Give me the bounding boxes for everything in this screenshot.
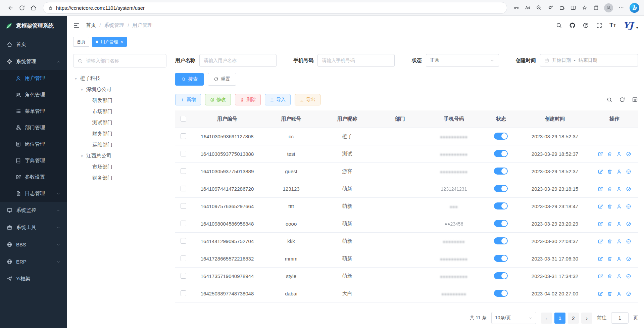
edit-op-icon[interactable] bbox=[598, 274, 603, 279]
sidebar-item-yi-framework[interactable]: Yi框架 bbox=[0, 270, 67, 287]
edit-op-icon[interactable] bbox=[598, 239, 603, 244]
status-toggle[interactable] bbox=[494, 168, 508, 175]
username-input[interactable] bbox=[199, 54, 277, 67]
confirm-op-icon[interactable] bbox=[626, 274, 631, 279]
status-toggle[interactable] bbox=[494, 133, 508, 140]
confirm-op-icon[interactable] bbox=[626, 256, 631, 262]
select-all-checkbox[interactable] bbox=[181, 116, 186, 122]
import-button[interactable]: 导入 bbox=[265, 94, 291, 105]
user-op-icon[interactable] bbox=[616, 274, 622, 279]
close-icon[interactable]: × bbox=[120, 40, 123, 44]
sidebar-item-dept-management[interactable]: 部门管理 bbox=[0, 120, 67, 136]
user-op-icon[interactable] bbox=[616, 221, 622, 227]
phone-input[interactable] bbox=[317, 54, 395, 67]
row-checkbox[interactable] bbox=[181, 290, 186, 296]
reload-icon[interactable] bbox=[16, 2, 28, 13]
row-checkbox[interactable] bbox=[181, 238, 186, 244]
status-toggle[interactable] bbox=[494, 290, 508, 297]
bing-icon[interactable]: b bbox=[630, 3, 639, 13]
page-button-2[interactable]: 2 bbox=[568, 313, 579, 324]
sidebar-item-user-management[interactable]: 用户管理 bbox=[0, 70, 67, 87]
row-checkbox[interactable] bbox=[181, 151, 186, 156]
row-checkbox[interactable] bbox=[181, 203, 186, 209]
caret-down-icon[interactable]: ▾ bbox=[73, 76, 79, 81]
confirm-op-icon[interactable] bbox=[626, 291, 631, 296]
add-button[interactable]: 新增 bbox=[175, 94, 201, 105]
status-toggle[interactable] bbox=[494, 220, 508, 227]
delete-op-icon[interactable] bbox=[607, 151, 612, 157]
edit-op-icon[interactable] bbox=[598, 291, 603, 296]
prev-page-button[interactable]: ‹ bbox=[541, 313, 552, 324]
tree-node[interactable]: 市场部门 bbox=[73, 106, 166, 117]
confirm-op-icon[interactable] bbox=[626, 221, 631, 227]
delete-op-icon[interactable] bbox=[607, 274, 612, 279]
user-op-icon[interactable] bbox=[616, 186, 622, 192]
sidebar-item-param-settings[interactable]: 参数设置 bbox=[0, 169, 67, 185]
profile-avatar[interactable] bbox=[604, 3, 613, 12]
user-op-icon[interactable] bbox=[616, 291, 622, 296]
dept-search-input[interactable] bbox=[86, 58, 162, 64]
split-icon[interactable] bbox=[568, 3, 578, 13]
tree-node[interactable]: 测试部门 bbox=[73, 117, 166, 128]
delete-op-icon[interactable] bbox=[607, 169, 612, 174]
sidebar-item-erp[interactable]: ERP bbox=[0, 253, 67, 270]
sidebar-item-log-management[interactable]: 日志管理 bbox=[0, 185, 67, 202]
row-checkbox[interactable] bbox=[181, 255, 186, 261]
confirm-op-icon[interactable] bbox=[626, 186, 631, 192]
sidebar-item-system-tools[interactable]: 系统工具 bbox=[0, 219, 67, 236]
sidebar-item-home[interactable]: 首页 bbox=[0, 36, 67, 53]
sidebar-item-menu-management[interactable]: 菜单管理 bbox=[0, 103, 67, 120]
user-op-icon[interactable] bbox=[616, 239, 622, 244]
user-op-icon[interactable] bbox=[616, 204, 622, 209]
next-page-button[interactable]: › bbox=[581, 313, 592, 324]
star-plus-icon[interactable] bbox=[545, 3, 555, 13]
collections-icon[interactable] bbox=[591, 3, 601, 13]
breadcrumb-item[interactable]: 首页 bbox=[86, 22, 96, 29]
reset-button[interactable]: 重置 bbox=[208, 73, 236, 86]
sidebar-item-dict-management[interactable]: 字典管理 bbox=[0, 152, 67, 169]
sidebar-item-system-management[interactable]: 系统管理 bbox=[0, 53, 67, 70]
row-checkbox[interactable] bbox=[181, 168, 186, 174]
status-toggle[interactable] bbox=[494, 237, 508, 244]
edit-op-icon[interactable] bbox=[598, 221, 603, 227]
zoom-out-icon[interactable] bbox=[534, 3, 544, 13]
sidebar-item-bbs[interactable]: BBS bbox=[0, 236, 67, 253]
status-toggle[interactable] bbox=[494, 255, 508, 262]
github-icon[interactable] bbox=[569, 22, 576, 29]
confirm-op-icon[interactable] bbox=[626, 169, 631, 174]
back-icon[interactable] bbox=[5, 2, 16, 13]
edit-op-icon[interactable] bbox=[598, 169, 603, 174]
page-size-select[interactable]: 10条/页 bbox=[491, 312, 536, 324]
tab-1[interactable]: 用户管理× bbox=[92, 37, 127, 47]
delete-op-icon[interactable] bbox=[607, 239, 612, 244]
confirm-op-icon[interactable] bbox=[626, 151, 631, 157]
sidebar-item-post-management[interactable]: 岗位管理 bbox=[0, 136, 67, 152]
edit-op-icon[interactable] bbox=[598, 256, 603, 262]
user-op-icon[interactable] bbox=[616, 151, 622, 157]
delete-op-icon[interactable] bbox=[607, 221, 612, 227]
user-op-icon[interactable] bbox=[616, 169, 622, 174]
settings-dots-icon[interactable] bbox=[616, 3, 626, 13]
tab-0[interactable]: 首页 bbox=[73, 37, 89, 47]
tree-node[interactable]: 财务部门 bbox=[73, 128, 166, 139]
tree-node[interactable]: ▾深圳总公司 bbox=[73, 84, 166, 95]
row-checkbox[interactable] bbox=[181, 133, 186, 139]
edit-op-icon[interactable] bbox=[598, 151, 603, 157]
tree-node[interactable]: 财务部门 bbox=[73, 173, 166, 184]
page-button-1[interactable]: 1 bbox=[554, 313, 565, 324]
edit-op-icon[interactable] bbox=[598, 186, 603, 192]
help-icon[interactable] bbox=[583, 22, 589, 29]
breadcrumb-item[interactable]: 系统管理 bbox=[104, 22, 124, 29]
delete-op-icon[interactable] bbox=[607, 256, 612, 262]
status-toggle[interactable] bbox=[494, 202, 508, 209]
tree-node[interactable]: ▾江西总公司 bbox=[73, 150, 166, 161]
delete-op-icon[interactable] bbox=[607, 204, 612, 209]
url-bar[interactable]: https://ccnetcore.com:1101/system/user bbox=[43, 2, 507, 14]
row-checkbox[interactable] bbox=[181, 221, 186, 226]
tree-node[interactable]: ▾橙子科技 bbox=[73, 73, 166, 84]
goto-page-input[interactable] bbox=[611, 312, 629, 324]
user-op-icon[interactable] bbox=[616, 256, 622, 262]
read-aloud-icon[interactable] bbox=[523, 3, 533, 13]
confirm-op-icon[interactable] bbox=[626, 204, 631, 209]
status-toggle[interactable] bbox=[494, 185, 508, 192]
